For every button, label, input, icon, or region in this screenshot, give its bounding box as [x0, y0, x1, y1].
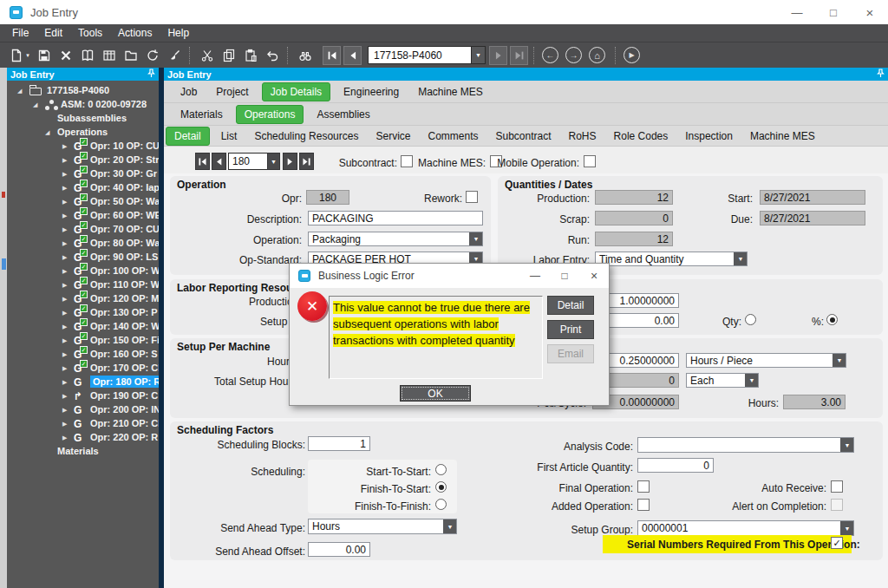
- paste-icon[interactable]: [241, 46, 260, 65]
- menu-item-actions[interactable]: Actions: [118, 27, 152, 39]
- menu-item-edit[interactable]: Edit: [44, 27, 62, 39]
- expander-collapsed-icon[interactable]: ▶: [62, 296, 67, 303]
- home-icon[interactable]: ⌂: [589, 47, 605, 63]
- undo-icon[interactable]: [263, 46, 282, 65]
- dialog-minimize-icon[interactable]: —: [520, 264, 550, 288]
- tab-engineering[interactable]: Engineering: [337, 83, 405, 101]
- tree-item[interactable]: ◢177158-P4060: [7, 84, 159, 98]
- tab-job[interactable]: Job: [174, 83, 203, 101]
- tree-item[interactable]: Subassemblies: [7, 112, 159, 126]
- pin-icon[interactable]: [877, 69, 885, 80]
- save-icon[interactable]: [35, 46, 54, 65]
- expander-collapsed-icon[interactable]: ▶: [62, 407, 67, 414]
- navigate-back-icon[interactable]: ←: [542, 47, 558, 63]
- expander-collapsed-icon[interactable]: ▶: [62, 434, 67, 441]
- chevron-down-icon[interactable]: ▼: [840, 437, 854, 453]
- tab-subcontract[interactable]: Subcontract: [489, 127, 557, 145]
- analysis-code-select[interactable]: ▼: [637, 437, 854, 453]
- expander-collapsed-icon[interactable]: ▶: [62, 379, 67, 386]
- tab-inspection[interactable]: Inspection: [679, 127, 739, 145]
- expander-collapsed-icon[interactable]: ▶: [62, 323, 67, 330]
- expander-collapsed-icon[interactable]: ▶: [62, 171, 67, 178]
- tab-materials[interactable]: Materials: [174, 106, 229, 123]
- navigate-forward-icon[interactable]: →: [565, 47, 582, 63]
- book-icon[interactable]: [78, 46, 97, 65]
- dialog-maximize-icon[interactable]: □: [550, 264, 579, 288]
- tab-role-codes[interactable]: Role Codes: [608, 127, 675, 145]
- setup-group-select[interactable]: 00000001▼: [637, 520, 854, 536]
- tab-list[interactable]: List: [215, 127, 244, 145]
- tab-assemblies[interactable]: Assemblies: [310, 106, 375, 123]
- expander-collapsed-icon[interactable]: ▶: [62, 254, 67, 261]
- expander-expanded-icon[interactable]: ◢: [33, 101, 37, 108]
- cut-icon[interactable]: [198, 46, 217, 65]
- setup-hours-unit-select[interactable]: Hours / Piece▼: [686, 353, 846, 368]
- expander-collapsed-icon[interactable]: ▶: [62, 185, 67, 192]
- print-button[interactable]: Print: [547, 320, 594, 339]
- previous-record-icon[interactable]: [343, 46, 362, 65]
- mobile-operation-checkbox[interactable]: [584, 155, 596, 167]
- data-grid-icon[interactable]: [100, 46, 119, 65]
- close-icon[interactable]: ×: [852, 0, 888, 24]
- chevron-down-icon[interactable]: ▼: [745, 373, 759, 388]
- next-record-icon[interactable]: [489, 46, 507, 65]
- last-record-icon[interactable]: [510, 46, 528, 65]
- record-selector[interactable]: 177158-P4060 ▼: [368, 46, 486, 64]
- detail-button[interactable]: Detail: [547, 296, 594, 315]
- expander-expanded-icon[interactable]: ◢: [17, 88, 22, 95]
- tab-operations[interactable]: Operations: [236, 105, 304, 124]
- expander-collapsed-icon[interactable]: ▶: [62, 226, 67, 233]
- scheduling-blocks-input[interactable]: 1: [308, 436, 370, 451]
- expander-collapsed-icon[interactable]: ▶: [62, 282, 67, 289]
- tree-item[interactable]: ▶GOpr: 200 OP: IN: [7, 403, 159, 417]
- chevron-down-icon[interactable]: ▼: [832, 353, 846, 368]
- send-ahead-offset-input[interactable]: 0.00: [308, 542, 370, 557]
- tab-project[interactable]: Project: [210, 83, 254, 101]
- first-record-icon[interactable]: [323, 46, 341, 65]
- tab-machine-mes[interactable]: Machine MES: [412, 83, 489, 101]
- tree-item[interactable]: ▶G✓Opr: 170 OP: Cl: [7, 362, 159, 376]
- tab-machine-mes[interactable]: Machine MES: [744, 127, 821, 145]
- minimize-icon[interactable]: —: [779, 0, 815, 24]
- refresh-icon[interactable]: [143, 46, 162, 65]
- tab-job-details[interactable]: Job Details: [262, 82, 330, 101]
- maximize-icon[interactable]: □: [815, 0, 852, 24]
- dialog-close-icon[interactable]: ×: [579, 264, 609, 288]
- tab-scheduling-resources[interactable]: Scheduling Resources: [248, 127, 364, 145]
- delete-icon[interactable]: [56, 46, 75, 65]
- tab-rohs[interactable]: RoHS: [563, 127, 603, 145]
- expander-expanded-icon[interactable]: ◢: [45, 129, 49, 136]
- expander-collapsed-icon[interactable]: ▶: [62, 421, 67, 428]
- labor-entry-select[interactable]: Time and Quantity▼: [595, 252, 748, 266]
- tree-item[interactable]: ▶GOpr: 210 OP: Cl: [7, 417, 159, 431]
- auto-receive-checkbox[interactable]: [831, 480, 843, 493]
- menu-item-file[interactable]: File: [12, 27, 29, 39]
- new-dropdown-icon[interactable]: ▾: [23, 46, 32, 65]
- expander-collapsed-icon[interactable]: ▶: [62, 240, 67, 247]
- first-article-quantity-input[interactable]: 0: [637, 458, 714, 473]
- expander-collapsed-icon[interactable]: ▶: [62, 351, 67, 358]
- clear-broom-icon[interactable]: [165, 46, 184, 65]
- tree-item[interactable]: ▶GOpr: 180 OP: R: [7, 376, 159, 389]
- find-binoculars-icon[interactable]: [296, 46, 315, 65]
- expander-collapsed-icon[interactable]: ▶: [62, 212, 67, 219]
- chevron-down-icon[interactable]: ▼: [840, 520, 854, 536]
- copy-icon[interactable]: [219, 46, 238, 65]
- start-icon[interactable]: ▶: [624, 47, 640, 63]
- expander-collapsed-icon[interactable]: ▶: [62, 268, 67, 275]
- pin-icon[interactable]: [147, 69, 155, 80]
- menu-item-help[interactable]: Help: [167, 27, 189, 39]
- total-setup-unit-select[interactable]: Each▼: [686, 373, 759, 388]
- tab-service[interactable]: Service: [369, 127, 416, 145]
- tree-item[interactable]: ◢ASM: 0 0200-09728: [7, 98, 159, 112]
- tab-comments[interactable]: Comments: [421, 127, 484, 145]
- menu-item-tools[interactable]: Tools: [78, 27, 102, 39]
- record-selector-value[interactable]: 177158-P4060: [368, 46, 472, 64]
- tab-detail[interactable]: Detail: [166, 127, 210, 146]
- expander-collapsed-icon[interactable]: ▶: [62, 157, 67, 164]
- expander-collapsed-icon[interactable]: ▶: [62, 199, 67, 206]
- ok-button[interactable]: OK: [400, 385, 471, 402]
- tree-item[interactable]: ▶↱Opr: 190 OP: C: [7, 389, 159, 403]
- percent-radio[interactable]: [826, 314, 838, 325]
- chevron-down-icon[interactable]: ▼: [734, 252, 748, 266]
